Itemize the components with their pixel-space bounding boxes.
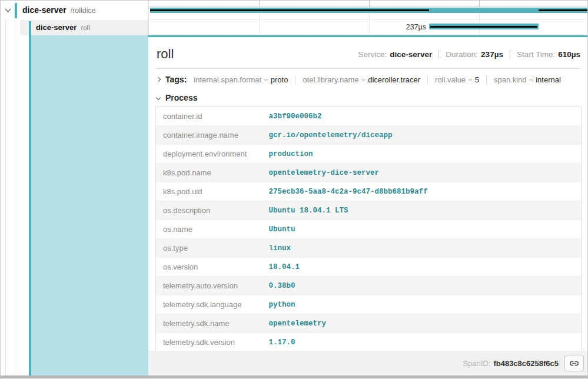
span-color-bar [29,21,31,35]
span-bar-rolldice[interactable] [150,8,588,13]
process-attributes-table: container.ida3bf90e006b2 container.image… [155,107,582,352]
table-row: os.nameUbuntu [156,220,582,239]
tag-divider [427,75,428,84]
table-row: container.ida3bf90e006b2 [156,107,582,126]
span-id-value: fb483c8c6258f6c5 [493,359,559,368]
process-section-header[interactable]: Process [148,89,588,107]
span-header-stats: Service:dice-server Duration:237µs Start… [358,50,580,59]
span-detail-panel: roll Service:dice-server Duration:237µs … [148,35,588,375]
tags-label: Tags: [165,75,187,84]
table-row: os.typelinux [156,239,582,258]
process-label: Process [165,93,197,102]
span-name-rolldice[interactable]: dice-server/rolldice [22,1,96,20]
service-name: dice-server [22,5,67,15]
tag-summary: span.kind=internal [494,75,561,84]
table-row: k8s.pod.nameopentelemetry-dice-server [156,164,582,182]
table-row: os.version18.04.1 [156,258,582,277]
table-row: container.image.namegcr.io/opentelemetry… [156,126,582,145]
tag-summary: roll.value=5 [435,75,479,84]
table-row: telemetry.sdk.nameopentelemetry [156,314,582,333]
table-row: deployment.environmentproduction [156,145,582,164]
indent-guide [5,20,6,375]
ruler-line [149,6,588,7]
collapse-chevron-icon[interactable] [5,6,11,12]
span-detail-footer: SpanID: fb483c8c6258f6c5 [148,351,588,375]
span-title: roll [157,46,358,62]
span-duration-label: 237µs [149,21,426,33]
table-row: k8s.pod.uid275ecb36-5aa8-4c2a-9c47-d8bb6… [156,182,582,201]
service-name: dice-server [36,23,77,32]
operation-name: roll [81,24,89,31]
stat-divider [510,50,510,59]
span-color-bar [15,3,17,18]
indent-guide [15,20,15,375]
operation-name: /rolldice [71,6,96,15]
link-icon [569,358,579,368]
start-time-stat: Start Time:610µs [517,50,580,59]
bottom-edge-bar [1,375,587,378]
stat-divider [438,50,439,59]
selected-span-fill [31,35,148,375]
trace-timeline: 237µs [149,1,588,35]
copy-link-button[interactable] [564,355,584,371]
duration-stat: Duration:237µs [446,50,503,59]
span-name-roll[interactable]: dice-serverroll [36,20,90,35]
table-row: telemetry.sdk.version1.17.0 [156,333,582,352]
span-detail-header[interactable]: roll Service:dice-server Duration:237µs … [148,37,588,67]
critical-path-segment [430,26,537,28]
row-separator [149,19,588,20]
table-row: telemetry.sdk.languagepython [156,295,582,314]
table-row: os.descriptionUbuntu 18.04.1 LTS [156,201,582,220]
chevron-right-icon [156,77,161,82]
tag-divider [295,75,295,84]
chevron-down-icon [156,95,161,100]
table-row: telemetry.auto.version0.38b0 [156,277,582,295]
jaeger-trace-view: dice-server/rolldice dice-serverroll 237… [0,0,588,379]
span-bar-roll[interactable] [429,24,539,29]
span-id-label: SpanID: [463,359,490,368]
timeline-tick [479,1,480,35]
tag-summary: otel.library.name=diceroller.tracer [303,75,420,84]
tag-summary: internal.span.format=proto [194,75,288,84]
service-stat: Service:dice-server [358,50,432,59]
tags-section-header[interactable]: Tags: internal.span.format=proto otel.li… [148,69,588,89]
span-row-rolldice[interactable]: dice-server/rolldice [1,1,148,20]
tag-divider [486,75,487,84]
critical-path-segment [150,9,429,11]
critical-path-segment [539,9,588,11]
